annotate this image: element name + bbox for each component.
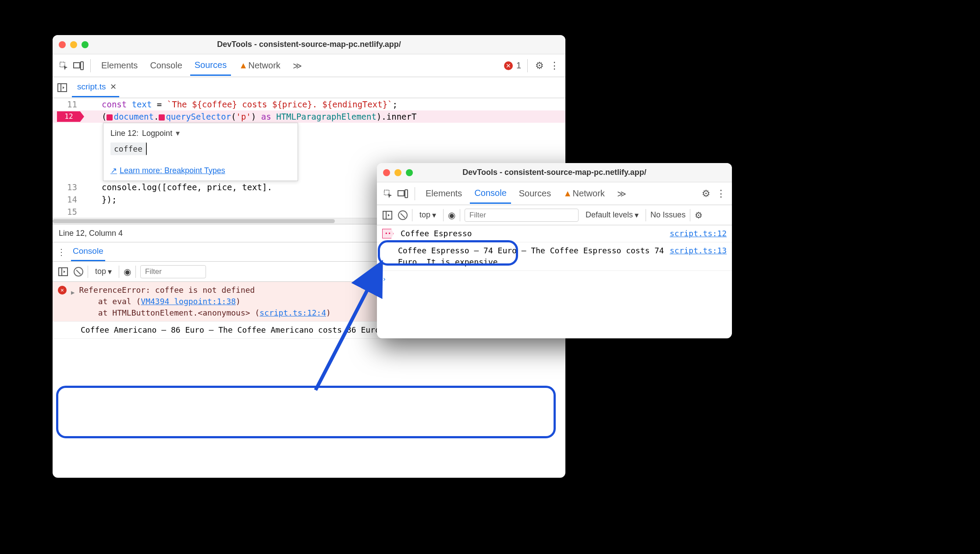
- line-number[interactable]: 11: [53, 98, 84, 110]
- traffic-lights: [383, 169, 413, 176]
- external-link-icon: ↗: [110, 166, 117, 175]
- source-link[interactable]: script.ts:12: [670, 228, 727, 239]
- tab-elements[interactable]: Elements: [421, 184, 466, 203]
- stack-link[interactable]: VM4394 logpoint:1:38: [141, 297, 236, 306]
- zoom-icon[interactable]: [82, 41, 89, 48]
- chevron-down-icon: ▾: [108, 267, 112, 277]
- minimize-icon[interactable]: [70, 41, 77, 48]
- device-icon[interactable]: [397, 188, 408, 199]
- tab-network-label: Network: [249, 60, 281, 70]
- gear-icon[interactable]: ⚙: [700, 188, 712, 199]
- error-icon: ✕: [58, 286, 67, 295]
- line-number[interactable]: 14: [53, 193, 84, 206]
- logpoint-expression-input[interactable]: coffee: [110, 142, 147, 155]
- tab-sources[interactable]: Sources: [190, 56, 231, 76]
- tab-elements[interactable]: Elements: [97, 56, 142, 75]
- popup-line-label: Line 12:: [110, 129, 138, 138]
- learn-more-link[interactable]: ↗ Learn more: Breakpoint Types: [110, 166, 291, 175]
- execution-context-select[interactable]: top ▾: [417, 209, 439, 222]
- prompt-icon: ›: [382, 273, 387, 285]
- minimize-icon[interactable]: [394, 169, 401, 176]
- device-icon[interactable]: [73, 60, 84, 71]
- warning-icon: ▲: [563, 188, 572, 198]
- error-badge[interactable]: ✕1: [504, 60, 521, 71]
- console-toolbar: top ▾ ◉ Default levels ▾ No Issues ⚙: [377, 205, 732, 225]
- gear-icon[interactable]: ⚙: [695, 210, 703, 220]
- tab-network[interactable]: ▲ Network: [559, 184, 609, 203]
- issues-link[interactable]: No Issues: [650, 210, 685, 220]
- titlebar[interactable]: DevTools - consistent-source-map-pc.netl…: [377, 163, 732, 182]
- console-messages: •• Coffee Espresso script.ts:12 Coffee E…: [377, 225, 732, 288]
- svg-rect-8: [398, 191, 404, 196]
- error-count: 1: [516, 60, 521, 71]
- breakpoint-type-select[interactable]: Logpoint: [142, 129, 172, 138]
- console-prompt-row[interactable]: ›: [377, 271, 732, 288]
- svg-rect-5: [59, 268, 67, 276]
- svg-rect-10: [383, 211, 392, 219]
- window-title: DevTools - consistent-source-map-pc.netl…: [377, 168, 732, 177]
- panel-tabs: Elements Console Sources ▲ Network ≫ ⚙ ⋮: [377, 182, 732, 205]
- log-message: Coffee Espresso – 74 Euro – The Coffee E…: [398, 245, 665, 268]
- inspect-icon[interactable]: [58, 60, 69, 71]
- panel-tabs: Elements Console Sources ▲ Network ≫ ✕1 …: [53, 54, 565, 77]
- error-icon: ✕: [504, 61, 513, 70]
- console-log-row[interactable]: Coffee Espresso – 74 Euro – The Coffee E…: [377, 242, 732, 271]
- live-expression-icon[interactable]: ◉: [448, 210, 455, 220]
- chevron-down-icon: ▾: [432, 210, 436, 220]
- code-text: });: [84, 193, 117, 206]
- drawer-tab-console[interactable]: Console: [71, 242, 105, 261]
- expand-icon[interactable]: ▶: [71, 287, 75, 298]
- tab-sources[interactable]: Sources: [515, 184, 555, 203]
- navigator-toggle-icon[interactable]: [56, 82, 68, 94]
- clear-console-icon[interactable]: [74, 267, 83, 277]
- tab-console[interactable]: Console: [470, 184, 511, 204]
- close-icon[interactable]: [383, 169, 390, 176]
- logpoint-badge-icon: ••: [382, 229, 394, 238]
- cursor-position: Line 12, Column 4: [59, 229, 123, 238]
- chevron-down-icon: ▾: [635, 210, 639, 220]
- code-text: console.log([coffee, price, text].: [84, 181, 272, 193]
- console-logpoint-row[interactable]: •• Coffee Espresso script.ts:12: [377, 225, 732, 242]
- titlebar[interactable]: DevTools - consistent-source-map-pc.netl…: [53, 35, 565, 54]
- tab-network[interactable]: ▲ Network: [234, 56, 285, 75]
- close-icon[interactable]: ✕: [110, 82, 117, 92]
- tabs-overflow[interactable]: ≫: [613, 184, 631, 203]
- svg-rect-9: [405, 190, 408, 198]
- log-levels-select[interactable]: Default levels ▾: [583, 209, 641, 222]
- window-title: DevTools - consistent-source-map-pc.netl…: [53, 40, 565, 49]
- warning-icon: ▲: [239, 60, 248, 70]
- code-line-11[interactable]: 11 const text = `The ${coffee} costs ${p…: [53, 98, 565, 110]
- sidebar-toggle-icon[interactable]: [57, 266, 69, 278]
- svg-rect-3: [58, 84, 67, 92]
- kebab-icon[interactable]: ⋮: [549, 60, 560, 71]
- chevron-down-icon[interactable]: ▾: [176, 128, 180, 138]
- zoom-icon[interactable]: [406, 169, 413, 176]
- divider: [527, 59, 528, 72]
- execution-context-select[interactable]: top ▾: [92, 265, 114, 278]
- code-line-12[interactable]: •• 12 (document.querySelector('p') as HT…: [53, 110, 565, 123]
- tab-network-label: Network: [573, 188, 605, 198]
- live-expression-icon[interactable]: ◉: [124, 266, 131, 277]
- kebab-icon[interactable]: ⋮: [715, 188, 727, 199]
- file-tabs: script.ts ✕: [53, 77, 565, 98]
- file-tab-label: script.ts: [77, 82, 106, 92]
- line-number[interactable]: 15: [53, 206, 84, 218]
- console-filter-input[interactable]: [140, 265, 206, 278]
- sidebar-toggle-icon[interactable]: [381, 209, 394, 221]
- scrollbar-thumb[interactable]: [53, 219, 335, 223]
- clear-console-icon[interactable]: [398, 210, 408, 220]
- divider: [90, 59, 91, 72]
- file-tab-script[interactable]: script.ts ✕: [72, 78, 119, 97]
- source-link[interactable]: script.ts:13: [670, 245, 727, 256]
- console-filter-input[interactable]: [465, 209, 579, 222]
- logpoint-marker[interactable]: 12: [57, 111, 84, 122]
- stack-link[interactable]: script.ts:12:4: [259, 308, 326, 317]
- gear-icon[interactable]: ⚙: [534, 60, 545, 71]
- line-number[interactable]: 13: [53, 181, 84, 193]
- breakpoint-edit-popup: Line 12: Logpoint ▾ coffee ↗ Learn more:…: [103, 123, 298, 181]
- kebab-icon[interactable]: ⋮: [57, 247, 66, 257]
- close-icon[interactable]: [59, 41, 66, 48]
- inspect-icon[interactable]: [382, 188, 394, 199]
- tabs-overflow[interactable]: ≫: [288, 56, 306, 75]
- tab-console[interactable]: Console: [146, 56, 186, 75]
